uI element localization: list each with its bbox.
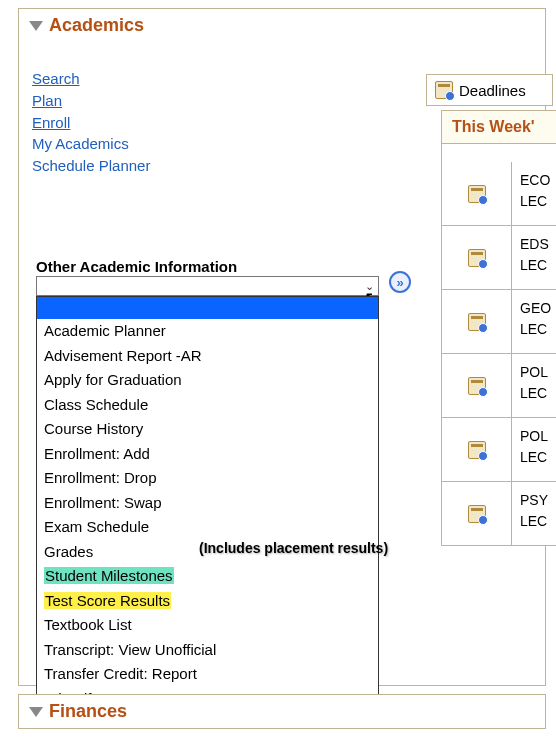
dropdown-option[interactable]: Academic Planner — [37, 319, 378, 344]
dropdown-option[interactable]: Course History — [37, 417, 378, 442]
chevron-down-icon: ⌄ — [365, 280, 374, 293]
dropdown-option-selected-blank[interactable] — [37, 297, 378, 319]
dropdown-option[interactable]: Exam Schedule — [37, 515, 378, 540]
schedule-planner-link[interactable]: Schedule Planner — [32, 155, 218, 177]
dropdown-option[interactable]: Class Schedule — [37, 393, 378, 418]
week-row[interactable]: GEOLEC — [441, 290, 556, 354]
week-icon-cell — [442, 290, 512, 353]
week-icon-cell — [442, 162, 512, 225]
go-button[interactable]: » — [389, 271, 411, 293]
section-title: Finances — [49, 701, 127, 722]
week-row[interactable]: POLLEC — [441, 354, 556, 418]
dropdown-option[interactable]: Transcript: View Unofficial — [37, 638, 378, 663]
section-title: Academics — [49, 15, 144, 36]
annotation-text: (Includes placement results) — [199, 540, 388, 556]
week-text-cell: POLLEC — [512, 354, 556, 417]
calendar-icon — [468, 313, 486, 331]
week-text-cell: PSYLEC — [512, 482, 556, 545]
collapse-icon[interactable] — [29, 21, 43, 31]
week-text-cell: POLLEC — [512, 418, 556, 481]
calendar-icon — [468, 377, 486, 395]
week-text-cell: ECOLEC — [512, 162, 556, 225]
week-row[interactable]: PSYLEC — [441, 482, 556, 546]
dropdown-option[interactable]: Transfer Credit: Report — [37, 662, 378, 687]
week-icon-cell — [442, 226, 512, 289]
other-academic-dropdown: Academic PlannerAdvisement Report -ARApp… — [36, 296, 379, 712]
calendar-icon — [468, 185, 486, 203]
dropdown-option[interactable]: Test Score Results — [37, 589, 378, 614]
deadline-calendar-icon — [435, 81, 453, 99]
nav-links: Search Plan Enroll My Academics Schedule… — [18, 48, 218, 177]
week-text-cell: GEOLEC — [512, 290, 556, 353]
dropdown-option[interactable]: Enrollment: Add — [37, 442, 378, 467]
plan-link[interactable]: Plan — [32, 90, 218, 112]
dropdown-option[interactable]: Advisement Report -AR — [37, 344, 378, 369]
week-icon-cell — [442, 418, 512, 481]
this-week-header: This Week' — [441, 110, 556, 144]
other-academic-label: Other Academic Information — [36, 258, 237, 275]
search-link[interactable]: Search — [32, 68, 218, 90]
deadlines-box[interactable]: Deadlines — [426, 74, 553, 106]
calendar-icon — [468, 441, 486, 459]
collapse-icon[interactable] — [29, 707, 43, 717]
my-academics-link[interactable]: My Academics — [32, 133, 218, 155]
dropdown-option[interactable]: Apply for Graduation — [37, 368, 378, 393]
enroll-link[interactable]: Enroll — [32, 112, 218, 134]
academics-header: Academics — [19, 9, 545, 42]
calendar-icon — [468, 505, 486, 523]
dropdown-option[interactable]: Textbook List — [37, 613, 378, 638]
this-week-panel: This Week' ECOLECEDSLECGEOLECPOLLECPOLLE… — [441, 110, 556, 546]
week-icon-cell — [442, 482, 512, 545]
week-icon-cell — [442, 354, 512, 417]
dropdown-option[interactable]: Enrollment: Drop — [37, 466, 378, 491]
week-row[interactable]: POLLEC — [441, 418, 556, 482]
week-text-cell: EDSLEC — [512, 226, 556, 289]
dropdown-option[interactable]: Student Milestones — [37, 564, 378, 589]
dropdown-option[interactable]: Enrollment: Swap — [37, 491, 378, 516]
finances-section: Finances — [18, 694, 546, 729]
finances-header: Finances — [19, 695, 545, 728]
week-row[interactable]: EDSLEC — [441, 226, 556, 290]
other-academic-select[interactable]: ⌄ — [36, 276, 379, 296]
week-row[interactable]: ECOLEC — [441, 162, 556, 226]
calendar-icon — [468, 249, 486, 267]
deadlines-label: Deadlines — [459, 82, 526, 99]
